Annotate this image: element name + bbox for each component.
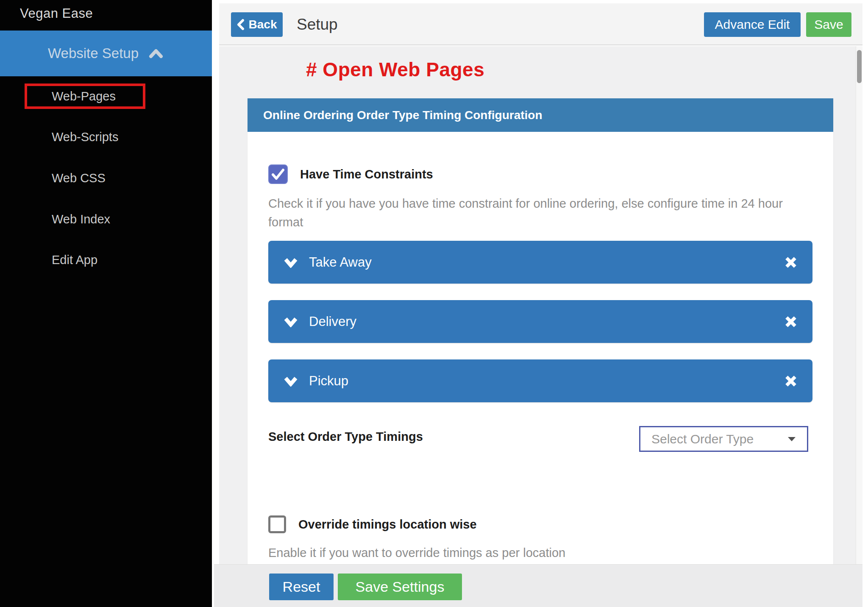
sidebar-item-label: Web-Scripts (52, 130, 118, 144)
chevron-left-icon (237, 19, 245, 31)
sidebar-item-label: Web-Pages (52, 89, 116, 103)
chevron-up-icon (148, 47, 164, 59)
time-constraints-checkbox[interactable] (268, 164, 288, 184)
advance-edit-button[interactable]: Advance Edit (704, 12, 801, 37)
order-type-bar-pickup[interactable]: Pickup (268, 359, 812, 402)
panel-footer: Reset Save Settings (214, 564, 862, 607)
order-type-label: Take Away (309, 255, 773, 270)
save-settings-button[interactable]: Save Settings (338, 574, 462, 600)
sidebar: Vegan Ease Website Setup Web-Pages Web-S… (0, 0, 212, 607)
content-area: # Open Web Pages Online Ordering Order T… (219, 46, 856, 564)
annotation-text: # Open Web Pages (306, 58, 484, 81)
sidebar-item-website-setup[interactable]: Website Setup (0, 31, 212, 76)
order-type-label: Delivery (309, 314, 773, 329)
page-header: Back Setup Advance Edit Save (219, 3, 862, 45)
check-icon (271, 168, 285, 181)
sidebar-item-label: Web Index (52, 212, 110, 226)
back-button-label: Back (249, 18, 277, 31)
reset-button[interactable]: Reset (269, 574, 334, 600)
app-root: Vegan Ease Website Setup Web-Pages Web-S… (0, 0, 868, 607)
chevron-down-icon (284, 257, 298, 268)
sidebar-active-label: Website Setup (48, 45, 139, 61)
close-icon[interactable] (785, 375, 797, 387)
time-constraints-help: Check it if you have you have time const… (268, 194, 811, 231)
sidebar-item-web-pages[interactable]: Web-Pages (0, 83, 212, 109)
order-type-select[interactable]: Select Order Type (639, 426, 808, 452)
order-type-bar-delivery[interactable]: Delivery (268, 300, 812, 343)
brand-label: Vegan Ease (20, 6, 93, 21)
sidebar-item-label: Web CSS (52, 171, 106, 185)
order-type-timings-label: Select Order Type Timings (268, 424, 423, 449)
panel-title: Online Ordering Order Type Timing Config… (263, 109, 542, 122)
caret-down-icon (787, 437, 796, 442)
override-row: Override timings location wise (268, 515, 477, 533)
sidebar-item-label: Edit App (52, 253, 97, 267)
config-panel: Online Ordering Order Type Timing Config… (248, 98, 833, 564)
page-title: Setup (297, 12, 338, 37)
order-type-select-placeholder: Select Order Type (651, 432, 787, 446)
back-button[interactable]: Back (231, 12, 283, 37)
override-label: Override timings location wise (298, 518, 477, 532)
time-constraints-label: Have Time Constraints (300, 167, 433, 181)
close-icon[interactable] (785, 315, 797, 328)
chevron-down-icon (284, 316, 298, 327)
override-help: Enable it if you want to override timing… (268, 543, 811, 562)
sidebar-item-web-css[interactable]: Web CSS (0, 165, 212, 191)
sidebar-item-web-index[interactable]: Web Index (0, 206, 212, 232)
sidebar-item-web-scripts[interactable]: Web-Scripts (0, 124, 212, 150)
time-constraints-row: Have Time Constraints (268, 164, 433, 184)
scrollbar-thumb[interactable] (857, 50, 862, 83)
order-type-label: Pickup (309, 373, 773, 389)
sidebar-item-edit-app[interactable]: Edit App (0, 247, 212, 273)
order-type-bar-take-away[interactable]: Take Away (268, 241, 812, 284)
save-button[interactable]: Save (806, 12, 851, 37)
override-checkbox[interactable] (268, 515, 286, 533)
close-icon[interactable] (785, 256, 797, 269)
panel-header: Online Ordering Order Type Timing Config… (248, 98, 833, 132)
scrollbar-track[interactable] (856, 46, 862, 564)
chevron-down-icon (284, 376, 298, 387)
